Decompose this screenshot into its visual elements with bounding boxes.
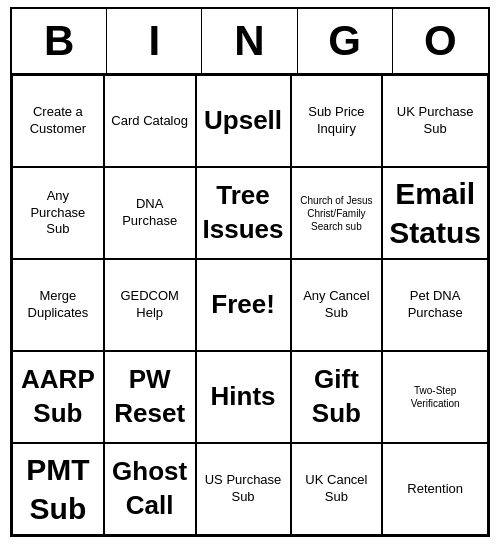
bingo-letter-o: O <box>393 9 488 73</box>
bingo-cell-6: DNA Purchase <box>104 167 196 259</box>
bingo-cell-24: Retention <box>382 443 488 535</box>
bingo-cell-18: Gift Sub <box>291 351 383 443</box>
bingo-cell-19: Two-Step Verification <box>382 351 488 443</box>
bingo-cell-11: GEDCOM Help <box>104 259 196 351</box>
bingo-cell-8: Church of Jesus Christ/Family Search sub <box>291 167 383 259</box>
bingo-cell-7: Tree Issues <box>196 167 291 259</box>
bingo-cell-14: Pet DNA Purchase <box>382 259 488 351</box>
bingo-cell-16: PW Reset <box>104 351 196 443</box>
bingo-cell-5: Any Purchase Sub <box>12 167 104 259</box>
bingo-cell-23: UK Cancel Sub <box>291 443 383 535</box>
bingo-cell-0: Create a Customer <box>12 75 104 167</box>
bingo-cell-3: Sub Price Inquiry <box>291 75 383 167</box>
bingo-cell-10: Merge Duplicates <box>12 259 104 351</box>
bingo-cell-22: US Purchase Sub <box>196 443 291 535</box>
bingo-header: BINGO <box>12 9 488 75</box>
bingo-grid: Create a CustomerCard CatalogUpsellSub P… <box>12 75 488 535</box>
bingo-letter-b: B <box>12 9 107 73</box>
bingo-card: BINGO Create a CustomerCard CatalogUpsel… <box>10 7 490 537</box>
bingo-letter-n: N <box>202 9 297 73</box>
bingo-cell-13: Any Cancel Sub <box>291 259 383 351</box>
bingo-cell-1: Card Catalog <box>104 75 196 167</box>
bingo-cell-20: PMT Sub <box>12 443 104 535</box>
bingo-cell-2: Upsell <box>196 75 291 167</box>
bingo-cell-21: Ghost Call <box>104 443 196 535</box>
bingo-cell-4: UK Purchase Sub <box>382 75 488 167</box>
bingo-letter-g: G <box>298 9 393 73</box>
bingo-letter-i: I <box>107 9 202 73</box>
bingo-cell-15: AARP Sub <box>12 351 104 443</box>
bingo-cell-17: Hints <box>196 351 291 443</box>
bingo-cell-12: Free! <box>196 259 291 351</box>
bingo-cell-9: Email Status <box>382 167 488 259</box>
